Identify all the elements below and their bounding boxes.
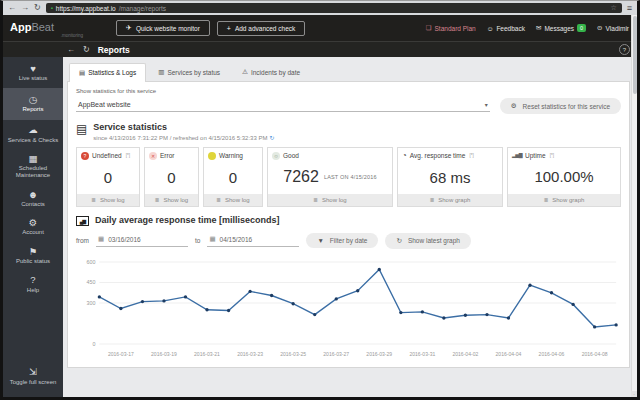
good-count: 7262 (283, 168, 319, 186)
messages-badge: 0 (577, 24, 586, 33)
quick-website-monitor-button[interactable]: ✈ Quick website monitor (116, 20, 210, 36)
filter-by-date-button[interactable]: ▼ Filter by date (306, 233, 378, 248)
bookmark-star-icon[interactable]: ☆ (610, 4, 616, 12)
https-lock-icon: ▪ (51, 5, 53, 11)
date-filter-row: from ▦ 03/16/2016 to ▦ 04/15/2016 ▼ Filt… (76, 233, 621, 249)
svg-text:2016-03-19: 2016-03-19 (151, 351, 177, 357)
stat-card-avg-response: ◔Avg. response time[*] 68 ms ≣Show graph (397, 147, 503, 207)
sidebar-item-scheduled-maintenance[interactable]: ▦ Scheduled Maintenance (3, 149, 63, 185)
reset-statistics-button[interactable]: ⚙ Reset statistics for this service (500, 98, 621, 114)
sidebar-item-reports[interactable]: ◷ Reports (3, 88, 63, 121)
sidebar-item-services-checks[interactable]: ☁ Services & Checks (3, 120, 63, 149)
error-status-icon: ✕ (149, 152, 157, 160)
back-arrow-icon[interactable]: ← (67, 45, 75, 54)
heartbeat-icon: ♥ (5, 63, 61, 74)
browser-forward-icon[interactable]: → (21, 4, 29, 12)
add-check-label: Add advanced check (235, 25, 295, 32)
scrollbar-thumb[interactable] (633, 16, 637, 94)
stat-card-uptime: ▂▅▇Uptime[*] 100.00% ≣Show graph (507, 147, 621, 207)
sidebar-item-help[interactable]: ? Help (3, 270, 63, 299)
help-button[interactable]: ? (619, 44, 630, 55)
power-icon: ⊙ (597, 24, 602, 32)
sidebar-item-live-status[interactable]: ♥ Live status (3, 59, 63, 88)
good-last-on-note: LAST ON 4/15/2016 (324, 174, 377, 180)
service-statistics-title: Service statistics (93, 123, 274, 133)
main-content: ▤ Statistics & Logs ▥ Services by status… (63, 57, 637, 397)
svg-text:2016-03-17: 2016-03-17 (108, 351, 134, 357)
logo-text-beat: Beat (31, 21, 54, 33)
svg-text:300: 300 (87, 300, 96, 306)
daily-response-chart-title: Daily average response time [millisecond… (95, 216, 280, 226)
undefined-count: 0 (77, 161, 139, 194)
stat-card-undefined: ?Undefined[*] 0 ≣Show log (76, 147, 140, 207)
refresh-icon[interactable]: ↻ (83, 45, 90, 54)
sidebar-item-public-status[interactable]: ⚑ Public status (3, 242, 63, 271)
service-select[interactable]: AppBeat website ▾ (76, 100, 490, 112)
user-menu[interactable]: ⊙ Vladimir (597, 24, 629, 32)
document-icon: ▤ (79, 69, 85, 77)
address-bar[interactable]: ▪ https://my.appbeat.io /manage/reports … (46, 3, 622, 13)
gauge-icon: ◔ (402, 152, 407, 160)
tab-incidents-by-date[interactable]: ⚠ Incidents by date (232, 63, 310, 81)
browser-window: ← → ↻ ▪ https://my.appbeat.io /manage/re… (0, 0, 640, 400)
to-date-input[interactable]: ▦ 04/15/2016 (207, 234, 299, 247)
envelope-icon: ✉ (536, 24, 541, 32)
tab-services-by-status[interactable]: ▥ Services by status (148, 63, 230, 81)
svg-text:2016-04-08: 2016-04-08 (582, 351, 608, 357)
sidebar: ♥ Live status ◷ Reports ☁ Services & Che… (3, 57, 63, 397)
feedback-link[interactable]: ☺ Feedback (487, 25, 525, 32)
question-icon: ? (5, 274, 61, 285)
svg-text:2016-03-23: 2016-03-23 (237, 351, 263, 357)
svg-text:2016-04-04: 2016-04-04 (496, 351, 522, 357)
svg-text:2016-04-06: 2016-04-06 (539, 351, 565, 357)
page-subheader: ← ↻ Reports ? (3, 41, 637, 57)
svg-text:2016-03-29: 2016-03-29 (366, 351, 392, 357)
clock-icon: ◷ (5, 94, 61, 105)
url-path: /manage/reports (119, 5, 166, 12)
appbeat-logo[interactable]: AppBeat .monitoring (3, 18, 109, 39)
bar-chart-icon: ▂▅▇ (512, 153, 522, 158)
refresh-icon[interactable]: ↻ (269, 135, 274, 141)
avg-response-show-graph-button[interactable]: ≣Show graph (398, 194, 502, 206)
area-chart-icon: ▄▆ (76, 216, 89, 226)
svg-text:600: 600 (87, 259, 96, 265)
contacts-icon: ☻ (5, 189, 61, 200)
browser-menu-icon[interactable]: ≡ (627, 3, 632, 13)
svg-text:2016-03-27: 2016-03-27 (323, 351, 349, 357)
calendar-icon: ▦ (5, 153, 61, 164)
send-icon: ✈ (126, 24, 132, 32)
svg-text:2016-03-21: 2016-03-21 (194, 351, 220, 357)
show-latest-graph-button[interactable]: ↻ Show latest graph (385, 233, 471, 249)
browser-back-icon[interactable]: ← (8, 4, 16, 12)
sidebar-item-account[interactable]: ⚙ Account (3, 213, 63, 242)
logo-subtitle: .monitoring (10, 34, 109, 39)
standard-plan-link[interactable]: ❏ Standard Plan (426, 24, 476, 32)
sidebar-item-contacts[interactable]: ☻ Contacts (3, 185, 63, 214)
page-scrollbar[interactable] (631, 15, 637, 397)
undefined-show-log-button[interactable]: ≣Show log (77, 194, 139, 206)
calendar-icon: ▦ (209, 235, 215, 243)
svg-text:450: 450 (87, 279, 96, 285)
add-advanced-check-button[interactable]: + Add advanced check (217, 21, 305, 36)
header-right-group: ❏ Standard Plan ☺ Feedback ✉ Messages 0 … (426, 24, 629, 33)
refresh-icon: ↻ (396, 237, 401, 245)
warning-count: 0 (204, 161, 262, 194)
logo-text-app: App (10, 21, 31, 33)
svg-text:2016-03-31: 2016-03-31 (409, 351, 435, 357)
uptime-show-graph-button[interactable]: ≣Show graph (508, 194, 620, 206)
error-show-log-button[interactable]: ≣Show log (145, 194, 198, 206)
tab-statistics-logs[interactable]: ▤ Statistics & Logs (69, 63, 146, 82)
response-time-chart[interactable]: 03004506002016-03-172016-03-192016-03-21… (76, 255, 621, 361)
messages-link[interactable]: ✉ Messages 0 (536, 24, 586, 33)
svg-text:2016-03-25: 2016-03-25 (280, 351, 306, 357)
warning-triangle-icon: ⚠ (242, 68, 248, 76)
smiley-icon: ☺ (487, 25, 494, 32)
gear-icon: ⚙ (511, 102, 517, 110)
app-header: AppBeat .monitoring ✈ Quick website moni… (3, 15, 637, 41)
uptime-value: 100.00% (508, 160, 620, 194)
warning-show-log-button[interactable]: ≣Show log (204, 194, 262, 206)
sidebar-item-toggle-fullscreen[interactable]: ⇲ Toggle full screen (3, 362, 63, 391)
from-date-input[interactable]: ▦ 03/16/2016 (96, 234, 188, 247)
browser-reload-icon[interactable]: ↻ (34, 4, 41, 12)
good-show-log-button[interactable]: ≣Show log (268, 194, 392, 206)
